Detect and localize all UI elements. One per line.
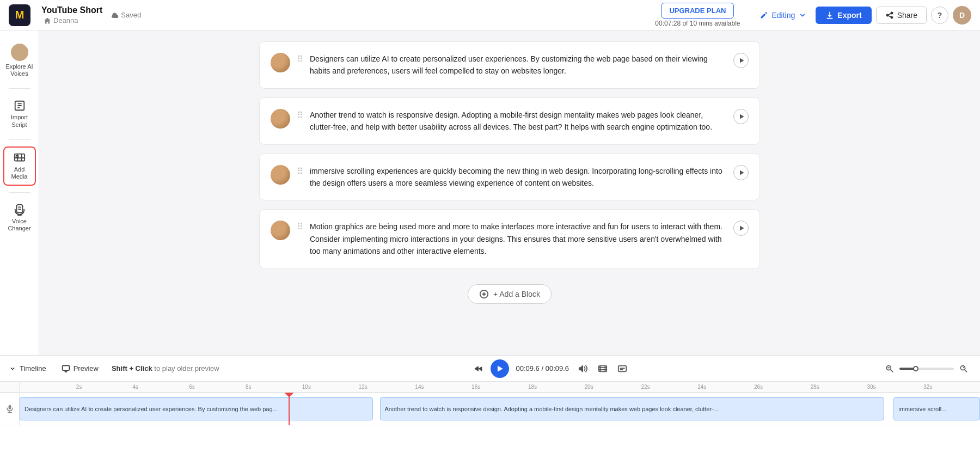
block-3-drag-handle[interactable]: ⠿	[297, 165, 303, 176]
editing-button[interactable]: Editing	[755, 8, 811, 23]
block-1: ⠿ Designers can utilize AI to create per…	[259, 41, 760, 89]
block-3-avatar	[271, 165, 290, 185]
ruler-tick-20s: 20s	[585, 384, 593, 390]
sidebar: Explore AIVoices ImportScript Add Media …	[0, 30, 39, 355]
blocks-container: ⠿ Designers can utilize AI to create per…	[259, 41, 760, 304]
sidebar-divider-1	[9, 88, 30, 89]
ruler-tick-4s: 4s	[133, 384, 139, 390]
volume-button[interactable]	[575, 361, 591, 376]
share-label: Share	[897, 11, 917, 20]
block-2-play-button[interactable]	[733, 109, 749, 124]
zoom-in-icon	[959, 364, 968, 373]
ruler-tick-22s: 22s	[641, 384, 650, 390]
time-info: 00:07:28 of 10 mins available	[655, 20, 740, 27]
svg-marker-5	[740, 114, 744, 119]
add-media-icon	[14, 152, 26, 164]
block-2: ⠿ Another trend to watch is responsive d…	[259, 97, 760, 145]
share-icon	[885, 11, 894, 20]
share-button[interactable]: Share	[876, 7, 927, 24]
zoom-out-button[interactable]	[882, 361, 897, 376]
logo-text: M	[15, 9, 24, 21]
svg-marker-6	[740, 170, 744, 175]
track-row-1: Designers can utilize AI to create perso…	[0, 393, 980, 425]
sidebar-item-add-media[interactable]: Add Media	[3, 146, 36, 186]
caption-icon	[617, 364, 627, 374]
ruler-tick-2s: 2s	[76, 384, 82, 390]
ruler-tick-8s: 8s	[246, 384, 252, 390]
upgrade-button[interactable]: UPGRADE PLAN	[661, 3, 734, 19]
header-right: Editing Export Share ? D	[755, 6, 971, 25]
block-2-avatar	[271, 109, 290, 129]
ruler-tick-24s: 24s	[697, 384, 706, 390]
home-icon	[44, 17, 51, 25]
export-button[interactable]: Export	[816, 7, 871, 24]
block-1-play-button[interactable]	[733, 53, 749, 68]
zoom-area	[882, 361, 971, 376]
timeline-controls: Timeline Preview Shift + Click to play o…	[0, 356, 980, 382]
breadcrumb: Deanna	[44, 16, 102, 25]
breadcrumb-label: Deanna	[53, 16, 78, 25]
timeline-ruler: 2s4s6s8s10s12s14s16s18s20s22s24s26s28s30…	[0, 382, 980, 393]
import-script-icon	[14, 100, 26, 112]
block-3-text: immersive scrolling experiences are quic…	[310, 165, 722, 190]
ruler-tick-32s: 32s	[923, 384, 932, 390]
svg-rect-9	[62, 365, 69, 370]
block-1-text: Designers can utilize AI to create perso…	[310, 53, 722, 77]
top-header: M YouTube Short Deanna Saved UPGRADE PLA…	[0, 0, 980, 30]
timeline-toggle[interactable]: Timeline	[9, 364, 46, 373]
preview-toggle[interactable]: Preview	[62, 364, 99, 373]
timeline-label: Timeline	[20, 364, 46, 373]
sidebar-label-import: ImportScript	[11, 114, 28, 128]
sidebar-item-explore-ai-voices[interactable]: Explore AIVoices	[3, 39, 36, 82]
caption-button[interactable]	[615, 361, 630, 376]
block-3-play-button[interactable]	[733, 165, 749, 180]
content-area: ⠿ Designers can utilize AI to create per…	[39, 30, 980, 355]
voice-changer-icon	[14, 204, 26, 216]
help-button[interactable]: ?	[931, 7, 948, 24]
timeline-bar: Timeline Preview Shift + Click to play o…	[0, 355, 980, 464]
track-content-1: Designers can utilize AI to create perso…	[20, 393, 980, 425]
add-block-label: + Add a Block	[493, 290, 540, 298]
saved-label: Saved	[121, 11, 141, 19]
sidebar-divider-3	[9, 192, 30, 193]
play-icon-2	[738, 113, 745, 120]
ruler-tick-12s: 12s	[359, 384, 367, 390]
clip-1[interactable]: Designers can utilize AI to create perso…	[20, 397, 373, 420]
microphone-icon	[5, 405, 14, 413]
plus-circle-icon	[479, 289, 489, 299]
scene-button[interactable]	[595, 361, 610, 376]
add-block-button[interactable]: + Add a Block	[468, 284, 552, 304]
zoom-thumb[interactable]	[913, 366, 918, 371]
play-icon	[738, 57, 745, 64]
pencil-icon	[759, 11, 768, 20]
block-1-drag-handle[interactable]: ⠿	[297, 53, 303, 64]
block-4-play-button[interactable]	[733, 221, 749, 236]
play-controls: 00:09.6 / 00:09.6	[471, 359, 630, 378]
block-2-text: Another trend to watch is responsive des…	[310, 109, 722, 133]
sidebar-item-voice-changer[interactable]: VoiceChanger	[3, 199, 36, 236]
svg-marker-7	[740, 226, 744, 231]
zoom-out-icon	[885, 364, 894, 373]
block-2-drag-handle[interactable]: ⠿	[297, 109, 303, 120]
volume-icon	[578, 364, 588, 374]
playhead[interactable]	[289, 393, 290, 425]
svg-marker-10	[498, 365, 503, 371]
chevron-down-icon-timeline	[9, 365, 16, 373]
zoom-slider[interactable]	[899, 368, 954, 370]
clip-3[interactable]: immersive scroll...	[893, 397, 980, 420]
skip-back-button[interactable]	[471, 361, 486, 376]
add-block-row: + Add a Block	[259, 280, 760, 304]
main-layout: Explore AIVoices ImportScript Add Media …	[0, 30, 980, 355]
time-display: 00:09.6 / 00:09.6	[516, 364, 569, 373]
sidebar-label-explore: Explore AIVoices	[5, 63, 33, 77]
block-4-drag-handle[interactable]: ⠿	[297, 221, 303, 232]
zoom-in-button[interactable]	[956, 361, 971, 376]
ruler-tick-14s: 14s	[415, 384, 424, 390]
ruler-tick-6s: 6s	[189, 384, 195, 390]
play-pause-button[interactable]	[491, 359, 509, 378]
preview-label: Preview	[74, 364, 99, 373]
monitor-icon	[62, 364, 70, 373]
sidebar-item-import-script[interactable]: ImportScript	[3, 95, 36, 132]
cloud-icon	[111, 11, 119, 19]
clip-2[interactable]: Another trend to watch is responsive des…	[380, 397, 884, 420]
